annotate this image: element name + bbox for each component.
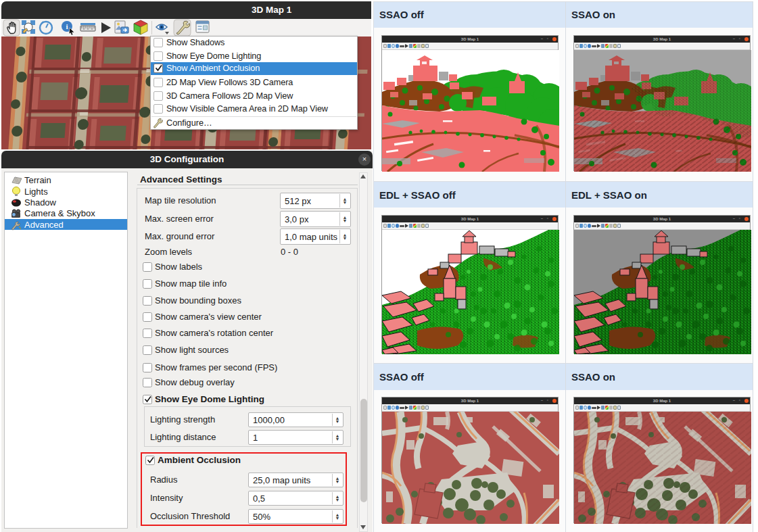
svg-text:i: i <box>66 22 68 30</box>
